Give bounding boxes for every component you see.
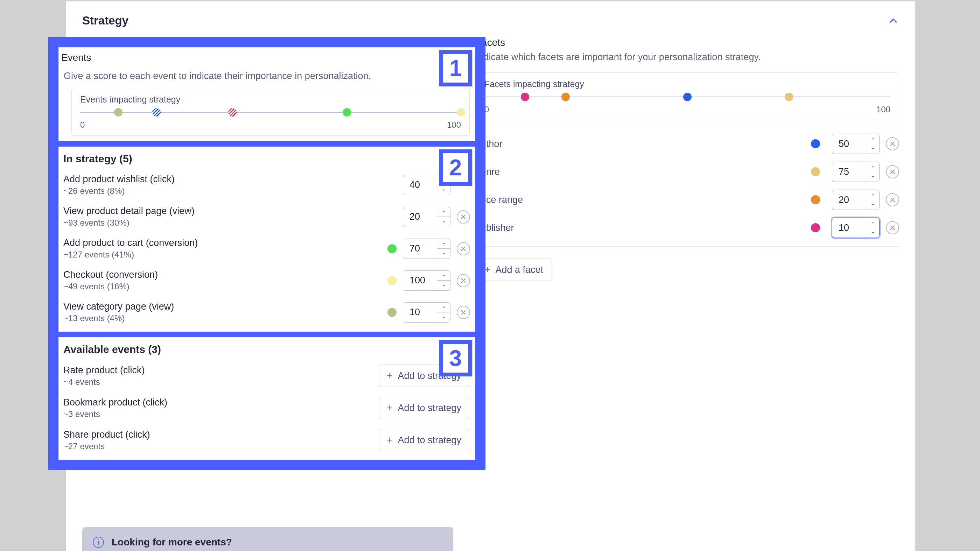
- events-impact-track: [80, 107, 461, 118]
- score-stepper[interactable]: [832, 218, 880, 238]
- score-stepper[interactable]: [832, 162, 880, 182]
- annotation-badge-3: 3: [439, 340, 472, 376]
- remove-button[interactable]: [886, 221, 899, 234]
- remove-button[interactable]: [457, 210, 470, 224]
- remove-button[interactable]: [886, 137, 899, 151]
- facets-label: Facets: [476, 37, 899, 52]
- step-up-button[interactable]: [866, 190, 879, 200]
- event-stats: ~4 events: [64, 377, 378, 387]
- collapse-button[interactable]: [887, 15, 899, 27]
- event-name: View category page (view): [64, 301, 387, 312]
- step-down-button[interactable]: [437, 248, 450, 259]
- events-summary-box: 1 Events Give a score to each event to i…: [56, 44, 478, 144]
- annotation-badge-2: 2: [439, 149, 472, 186]
- panel-header: Strategy: [66, 2, 915, 37]
- add-to-strategy-label: Add to strategy: [398, 403, 461, 413]
- step-up-button[interactable]: [866, 218, 879, 228]
- event-name: Checkout (conversion): [64, 269, 387, 280]
- score-input[interactable]: [832, 162, 866, 181]
- available-events-title: Available events (3): [59, 341, 475, 360]
- plus-icon: +: [387, 402, 393, 414]
- event-dot: [387, 212, 396, 221]
- event-dot: [387, 244, 396, 253]
- step-down-button[interactable]: [866, 172, 879, 182]
- strategy-event-row: Checkout (conversion)~49 events (16%): [59, 265, 475, 296]
- score-input[interactable]: [403, 271, 437, 291]
- available-event-row: Rate product (click)~4 events+Add to str…: [59, 360, 475, 392]
- step-down-button[interactable]: [437, 185, 450, 195]
- scale-max: 100: [447, 120, 461, 130]
- remove-button[interactable]: [886, 193, 899, 206]
- impact-dot: [457, 108, 465, 116]
- facet-dot: [811, 223, 820, 232]
- strategy-event-row: View category page (view)~13 events (4%): [59, 296, 475, 328]
- scale-min: 0: [80, 120, 85, 130]
- impact-dot: [785, 93, 793, 101]
- event-stats: ~3 events: [64, 409, 378, 419]
- facets-impact-track: [484, 92, 890, 103]
- score-stepper[interactable]: [403, 302, 450, 322]
- score-stepper[interactable]: [403, 207, 450, 227]
- step-up-button[interactable]: [437, 271, 450, 281]
- step-down-button[interactable]: [437, 312, 450, 322]
- score-input[interactable]: [832, 218, 866, 238]
- facet-name: genre: [476, 167, 811, 177]
- facet-name: publisher: [476, 222, 811, 233]
- available-event-row: Share product (click)~27 events+Add to s…: [59, 424, 475, 456]
- events-impact-label: Events impacting strategy: [80, 94, 461, 105]
- score-stepper[interactable]: [832, 133, 880, 154]
- facet-name: price range: [476, 195, 811, 205]
- score-input[interactable]: [403, 239, 437, 259]
- score-input[interactable]: [403, 175, 437, 195]
- event-dot: [387, 308, 396, 317]
- remove-button[interactable]: [457, 274, 470, 287]
- step-down-button[interactable]: [866, 228, 879, 238]
- score-stepper[interactable]: [403, 270, 450, 291]
- step-up-button[interactable]: [437, 207, 450, 217]
- remove-button[interactable]: [457, 306, 470, 319]
- score-input[interactable]: [832, 190, 866, 210]
- step-up-button[interactable]: [866, 134, 879, 144]
- add-facet-button[interactable]: + Add a facet: [476, 259, 552, 281]
- facet-row: author: [476, 133, 899, 154]
- impact-dot: [343, 108, 351, 116]
- step-down-button[interactable]: [866, 200, 879, 210]
- strategy-event-row: Add product wishlist (click)~26 events (…: [59, 169, 475, 201]
- remove-button[interactable]: [886, 165, 899, 178]
- step-down-button[interactable]: [437, 216, 450, 227]
- add-facet-label: Add a facet: [496, 265, 544, 275]
- score-input[interactable]: [403, 303, 437, 322]
- facet-dot: [811, 167, 820, 176]
- impact-dot: [152, 108, 161, 116]
- event-name: Bookmark product (click): [64, 397, 378, 408]
- event-name: Rate product (click): [64, 365, 378, 376]
- add-to-strategy-label: Add to strategy: [398, 435, 461, 446]
- facet-row: price range: [476, 190, 899, 210]
- event-name: View product detail page (view): [64, 206, 387, 216]
- event-dot: [387, 276, 396, 285]
- remove-button[interactable]: [457, 242, 470, 256]
- facets-help-text: Indicate which facets are important for …: [476, 52, 899, 72]
- step-up-button[interactable]: [866, 162, 879, 172]
- score-input[interactable]: [832, 134, 866, 154]
- event-name: Add product wishlist (click): [64, 174, 387, 185]
- step-down-button[interactable]: [866, 144, 879, 154]
- impact-dot: [114, 108, 123, 116]
- facet-row: genre: [476, 162, 899, 182]
- score-input[interactable]: [403, 207, 437, 227]
- events-help-text: Give a score to each event to indicate t…: [59, 67, 475, 87]
- step-up-button[interactable]: [437, 303, 450, 313]
- step-up-button[interactable]: [437, 239, 450, 249]
- facet-dot: [811, 195, 820, 204]
- score-stepper[interactable]: [832, 190, 880, 210]
- facet-dot: [811, 139, 820, 148]
- plus-icon: +: [387, 434, 393, 446]
- add-to-strategy-button[interactable]: +Add to strategy: [378, 397, 470, 419]
- score-stepper[interactable]: [403, 238, 450, 259]
- available-events-box: 3 Available events (3) Rate product (cli…: [56, 335, 478, 462]
- more-events-banner[interactable]: i Looking for more events?: [82, 527, 453, 551]
- impact-dot: [683, 93, 692, 101]
- step-down-button[interactable]: [437, 280, 450, 291]
- impact-dot: [521, 93, 529, 101]
- add-to-strategy-button[interactable]: +Add to strategy: [378, 429, 470, 451]
